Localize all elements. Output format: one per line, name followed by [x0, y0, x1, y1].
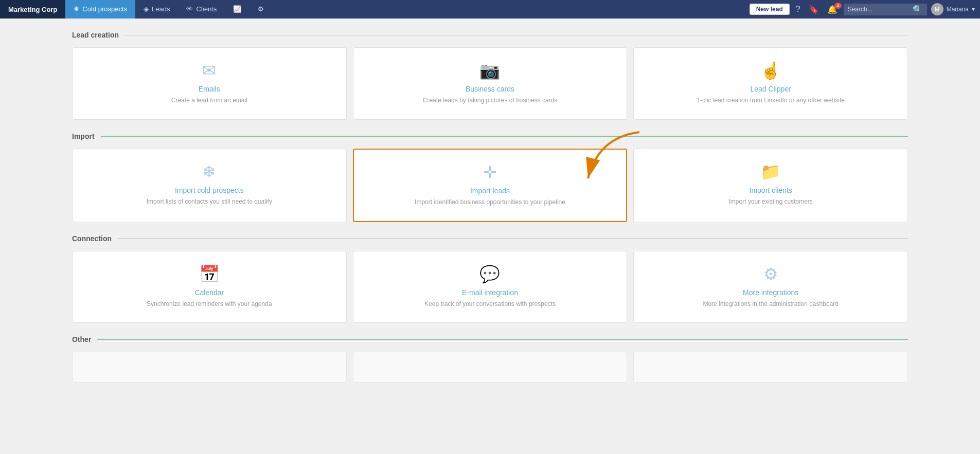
card-business-cards-title: Business cards	[466, 85, 514, 93]
pointer-icon: ☝	[760, 62, 781, 79]
chevron-down-icon: ▾	[972, 6, 975, 13]
leads-icon: ◈	[144, 5, 149, 13]
connection-header: Connection	[72, 234, 908, 243]
snowflake-card-icon: ❄	[202, 164, 216, 180]
card-emails-desc: Create a lead from an email	[171, 96, 247, 105]
other-section: Other	[72, 335, 908, 383]
nav-settings[interactable]: ⚙	[250, 0, 272, 19]
card-emails[interactable]: ✉ Emails Create a lead from an email	[72, 47, 347, 120]
card-import-cold-prospects[interactable]: ❄ Import cold prospects Import lists of …	[72, 149, 347, 222]
nav-cold-prospects-label: Cold prospects	[82, 5, 127, 13]
search-input[interactable]	[848, 6, 910, 13]
card-import-leads-title: Import leads	[470, 187, 510, 195]
card-calendar-desc: Synchronize lead reminders with your age…	[147, 300, 272, 308]
search-box[interactable]: 🔍	[844, 4, 927, 15]
help-button[interactable]: ?	[794, 4, 803, 15]
card-business-cards-desc: Create leads by taking pictures of busin…	[423, 96, 557, 105]
import-divider	[101, 136, 908, 137]
card-lead-clipper[interactable]: ☝ Lead Clipper 1-clic lead creation from…	[633, 47, 908, 120]
card-more-integrations[interactable]: ⚙ More integrations More integrations in…	[633, 251, 908, 323]
calendar-icon: 📅	[199, 266, 220, 282]
gear-icon: ⚙	[258, 5, 264, 13]
avatar: M	[931, 3, 943, 15]
nav-chart[interactable]: 📈	[225, 0, 250, 19]
main-content: Lead creation ✉ Emails Create a lead fro…	[0, 19, 980, 454]
card-import-cold-prospects-desc: Import lists of contacts you still need …	[147, 197, 272, 206]
card-import-leads[interactable]: ✛ Import leads Import identified busines…	[353, 149, 628, 222]
chart-icon: 📈	[233, 5, 241, 13]
nav-leads-label: Leads	[152, 5, 170, 13]
lead-creation-cards: ✉ Emails Create a lead from an email 📷 B…	[72, 47, 908, 120]
other-divider	[97, 339, 908, 340]
notifications-button[interactable]: 🔔 4	[825, 4, 840, 15]
search-icon: 🔍	[913, 5, 923, 14]
card-emails-title: Emails	[199, 85, 220, 93]
connection-section: Connection 📅 Calendar Synchronize lead r…	[72, 234, 908, 323]
email-icon: ✉	[202, 62, 216, 79]
card-other-1[interactable]	[72, 352, 347, 383]
other-header: Other	[72, 335, 908, 343]
card-email-integration-title: E-mail integration	[462, 288, 518, 297]
import-section: Import ❄ Import cold prospects Import li…	[72, 132, 908, 222]
card-lead-clipper-title: Lead Clipper	[750, 85, 791, 93]
card-more-integrations-desc: More integrations in the administration …	[703, 300, 838, 308]
nav-clients-label: Clients	[196, 5, 217, 13]
navbar-right: New lead ? 🔖 🔔 4 🔍 M Mariana ▾	[744, 0, 980, 19]
lead-creation-title: Lead creation	[72, 31, 119, 39]
import-cards: ❄ Import cold prospects Import lists of …	[72, 149, 908, 222]
new-lead-button[interactable]: New lead	[750, 4, 790, 15]
navbar: Marketing Corp ❄ Cold prospects ◈ Leads …	[0, 0, 980, 19]
card-business-cards[interactable]: 📷 Business cards Create leads by taking …	[353, 47, 628, 120]
card-more-integrations-title: More integrations	[743, 288, 798, 297]
app-brand[interactable]: Marketing Corp	[0, 0, 65, 19]
nav-leads[interactable]: ◈ Leads	[135, 0, 178, 19]
card-import-leads-desc: Import identified business opportunities…	[415, 198, 565, 207]
user-menu[interactable]: M Mariana ▾	[931, 3, 975, 15]
bookmark-button[interactable]: 🔖	[807, 4, 821, 15]
card-calendar[interactable]: 📅 Calendar Synchronize lead reminders wi…	[72, 251, 347, 323]
card-import-clients-title: Import clients	[750, 186, 792, 194]
nav-clients[interactable]: 👁 Clients	[178, 0, 225, 19]
card-other-2[interactable]	[353, 352, 628, 383]
card-calendar-title: Calendar	[194, 288, 224, 297]
connection-cards: 📅 Calendar Synchronize lead reminders wi…	[72, 251, 908, 323]
chat-icon: 💬	[479, 266, 500, 282]
card-lead-clipper-desc: 1-clic lead creation from LinkedIn or an…	[697, 96, 844, 105]
snowflake-icon: ❄	[74, 5, 79, 13]
nav-cold-prospects[interactable]: ❄ Cold prospects	[65, 0, 135, 19]
card-import-cold-prospects-title: Import cold prospects	[175, 186, 244, 194]
crosshair-icon: ✛	[483, 164, 497, 180]
card-import-clients[interactable]: 📁 Import clients Import your existing cu…	[633, 149, 908, 222]
import-title: Import	[72, 132, 95, 140]
connection-divider	[118, 238, 908, 239]
lead-creation-divider	[125, 35, 908, 35]
eye-icon: 👁	[186, 5, 193, 13]
gears-icon: ⚙	[763, 266, 778, 282]
import-header: Import	[72, 132, 908, 140]
lead-creation-section: Lead creation ✉ Emails Create a lead fro…	[72, 31, 908, 120]
other-cards	[72, 352, 908, 383]
card-email-integration-desc: Keep track of your conversations with pr…	[424, 300, 556, 308]
connection-title: Connection	[72, 234, 112, 243]
camera-icon: 📷	[479, 62, 500, 79]
card-email-integration[interactable]: 💬 E-mail integration Keep track of your …	[353, 251, 628, 323]
notification-badge: 4	[834, 3, 842, 9]
user-name: Mariana	[947, 6, 969, 13]
other-title: Other	[72, 335, 91, 343]
lead-creation-header: Lead creation	[72, 31, 908, 39]
card-import-clients-desc: Import your existing customers	[728, 197, 812, 206]
card-other-3[interactable]	[633, 352, 908, 383]
folder-icon: 📁	[760, 164, 781, 180]
